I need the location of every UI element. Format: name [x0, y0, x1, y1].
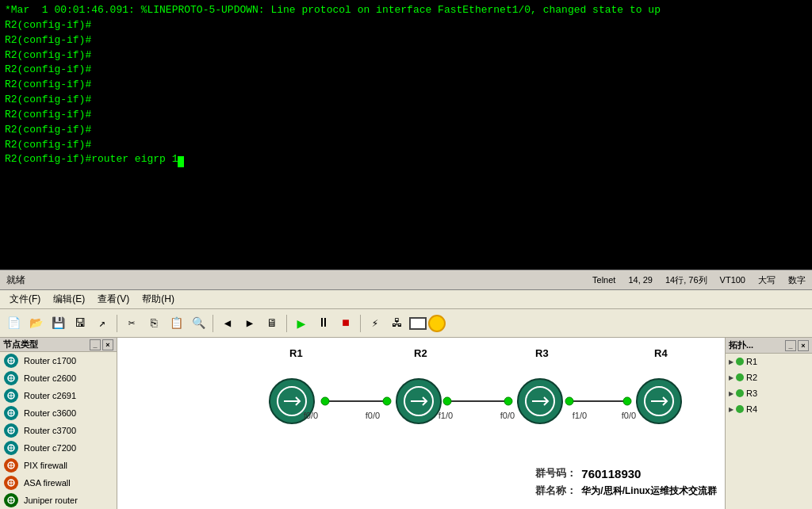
node-icon [3, 370, 19, 386]
tree-status-dot [736, 373, 744, 381]
tb-export[interactable]: ↗ [92, 313, 113, 334]
tb-new[interactable]: 📄 [3, 313, 24, 334]
tb-serial2[interactable]: 🖧 [387, 313, 408, 334]
port-label: f1/0 [439, 411, 453, 420]
tb-copy[interactable]: ⎘ [144, 313, 164, 334]
terminal-line: R2(config-if)# [5, 78, 807, 93]
tb-save[interactable]: 💾 [48, 313, 68, 334]
tb-open[interactable]: 📂 [25, 313, 46, 334]
connection-dot [443, 397, 451, 405]
terminal-line: R2(config-if)# [5, 138, 807, 153]
status-rows: 14行, 76列 [665, 274, 707, 286]
status-col: 14, 29 [628, 275, 653, 285]
connection-dot [623, 397, 631, 405]
node-label: Router c3600 [24, 408, 76, 418]
node-item-asa-firewall[interactable]: ASA firewall [0, 474, 117, 492]
tb-cut[interactable]: ✂ [121, 313, 142, 334]
port-label: f1/0 [573, 411, 587, 420]
sep1 [117, 315, 117, 332]
right-panel-close[interactable]: × [798, 340, 809, 351]
terminal[interactable]: *Mar 1 00:01:46.091: %LINEPROTO-5-UPDOWN… [0, 0, 812, 270]
node-icon [3, 492, 19, 508]
tb-stop[interactable]: ■ [335, 313, 356, 334]
left-panel-header: 节点类型 _ × [0, 338, 117, 352]
menubar: 文件(F) 编辑(E) 查看(V) 帮助(H) [0, 290, 812, 309]
tb-rect[interactable] [409, 317, 427, 330]
tree-status-dot [736, 405, 744, 413]
menu-edit[interactable]: 编辑(E) [47, 291, 91, 308]
sep3 [286, 315, 287, 332]
left-panel-close[interactable]: × [102, 339, 113, 350]
node-label: Router c2600 [24, 373, 76, 383]
tree-item-r2[interactable]: ▶R2 [726, 369, 812, 385]
terminal-line: R2(config-if)# [5, 123, 807, 138]
node-label: Router c2691 [24, 391, 76, 400]
node-item-router-c2600[interactable]: Router c2600 [0, 369, 117, 387]
tb-ellipse[interactable] [428, 315, 446, 332]
menu-help[interactable]: 帮助(H) [136, 291, 181, 308]
node-icon [3, 388, 19, 404]
tb-paste[interactable]: 📋 [166, 313, 186, 334]
connection-dot [565, 397, 573, 405]
tree-arrow-icon: ▶ [729, 390, 733, 397]
node-item-juniper-router[interactable]: Juniper router [0, 492, 117, 509]
node-icon [3, 440, 19, 456]
tree-label: R3 [746, 388, 757, 398]
router-r4[interactable]: R4 [637, 347, 681, 423]
tb-screen[interactable]: 🖥 [262, 313, 282, 334]
group-id-label: 群号码： [535, 466, 576, 480]
port-label: f0/0 [500, 411, 515, 420]
statusbar: 就绪 Telnet 14, 29 14行, 76列 VT100 大写 数字 [0, 270, 812, 290]
node-list: Router c1700Router c2600Router c2691Rout… [0, 352, 117, 509]
tree-item-r3[interactable]: ▶R3 [726, 385, 812, 401]
connection-dot [383, 397, 391, 405]
tree-item-r1[interactable]: ▶R1 [726, 354, 812, 369]
node-item-router-c7200[interactable]: Router c7200 [0, 439, 117, 457]
tb-pause[interactable]: ⏸ [313, 313, 334, 334]
terminal-line: R2(config-if)# [5, 108, 807, 123]
port-label: f0/0 [366, 411, 380, 420]
node-item-router-c2691[interactable]: Router c2691 [0, 387, 117, 404]
tb-forward[interactable]: ▶ [239, 313, 260, 334]
node-item-router-c1700[interactable]: Router c1700 [0, 352, 117, 369]
node-icon [3, 405, 19, 421]
node-item-pix-firewall[interactable]: PIX firewall [0, 457, 117, 474]
status-ready: 就绪 [6, 274, 25, 287]
tb-serial[interactable]: ⚡ [365, 313, 385, 334]
node-item-router-c3600[interactable]: Router c3600 [0, 404, 117, 422]
group-name-value: 华为/思科/Linux运维技术交流群 [581, 484, 717, 498]
tree-label: R4 [746, 404, 757, 414]
node-label: ASA firewall [24, 478, 71, 488]
tb-find[interactable]: 🔍 [188, 313, 209, 334]
status-vt: VT100 [720, 275, 745, 285]
menu-file[interactable]: 文件(F) [3, 291, 47, 308]
main-area: 节点类型 _ × Router c1700Router c2600Router … [0, 338, 812, 509]
right-panel-minimize[interactable]: _ [785, 340, 796, 351]
router-r2[interactable]: R2 [396, 347, 441, 423]
connection-dot [321, 397, 329, 405]
menu-view[interactable]: 查看(V) [91, 291, 136, 308]
port-label: f0/0 [622, 411, 636, 420]
node-icon [3, 475, 19, 491]
node-label: PIX firewall [24, 461, 67, 470]
tree-arrow-icon: ▶ [729, 374, 733, 381]
status-size: 大写 [758, 274, 776, 286]
tb-back[interactable]: ◀ [217, 313, 238, 334]
terminal-line: R2(config-if)# [5, 93, 807, 108]
terminal-line: R2(config-if)# [5, 48, 807, 63]
left-panel: 节点类型 _ × Router c1700Router c2600Router … [0, 338, 117, 509]
router-r3[interactable]: R3 [518, 347, 562, 423]
tree-arrow-icon: ▶ [729, 358, 733, 365]
right-panel: 拓扑... _ × ▶R1▶R2▶R3▶R4 [725, 338, 812, 509]
topo-title: 拓扑... [729, 339, 753, 351]
terminal-line: R2(config-if)# [5, 63, 807, 78]
node-item-router-c3700[interactable]: Router c3700 [0, 422, 117, 439]
tree-item-r4[interactable]: ▶R4 [726, 401, 812, 417]
tb-play[interactable]: ▶ [291, 313, 312, 334]
tb-saveas[interactable]: 🖫 [70, 313, 90, 334]
connection-dot [504, 397, 512, 405]
left-panel-minimize[interactable]: _ [90, 339, 101, 350]
tree-arrow-icon: ▶ [729, 406, 733, 413]
right-panel-header: 拓扑... _ × [726, 338, 812, 354]
topology-canvas[interactable]: R1R2R3R4f0/0f0/0f1/0f0/0f1/0f0/0 群号码： 76… [117, 338, 725, 509]
